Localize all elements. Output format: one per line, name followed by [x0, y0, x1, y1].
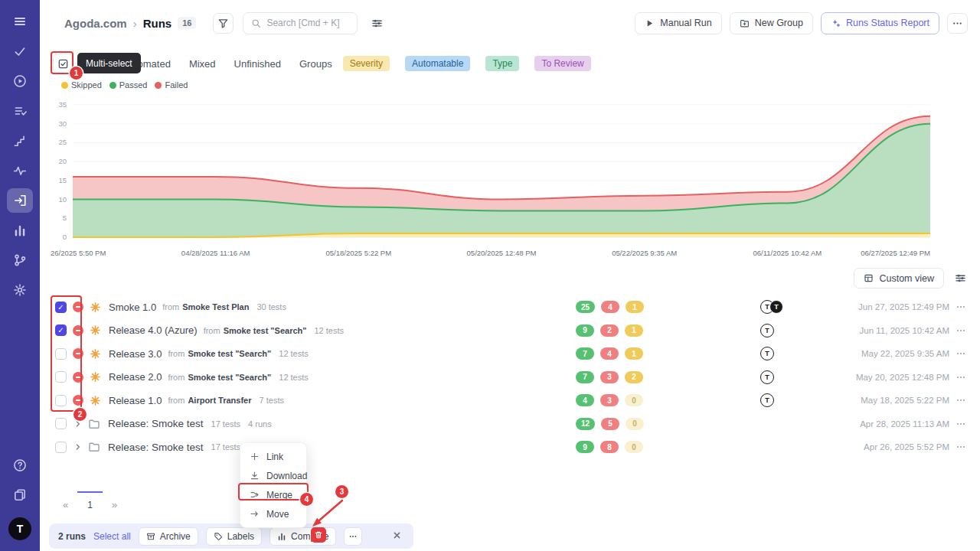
row-checkbox[interactable]: [55, 418, 67, 429]
sidebar: T: [0, 0, 40, 551]
chip-automatable[interactable]: Automatable: [405, 56, 470, 71]
row-more-button[interactable]: [954, 393, 968, 407]
sidebar-item-analytics[interactable]: [7, 218, 33, 243]
passed-badge: 4: [576, 394, 594, 406]
tab-unfinished[interactable]: Unfinished: [234, 58, 281, 70]
row-checkbox[interactable]: [55, 395, 67, 406]
header-more-button[interactable]: [947, 13, 968, 34]
run-tests-count: 7 tests: [260, 396, 284, 405]
menu-item-link[interactable]: Link: [240, 447, 306, 466]
runs-list: ✓Smoke 1.0fromSmoke Test Plan30 tests254…: [49, 295, 972, 459]
group-tests-count: 17 tests: [211, 419, 241, 429]
selection-action-bar: 2 runs Select all Archive Labels Compare: [49, 523, 413, 549]
run-row[interactable]: Release 2.0fromSmoke test "Search"12 tes…: [49, 366, 972, 390]
skipped-badge: 0: [625, 441, 643, 453]
chip-type[interactable]: Type: [485, 56, 519, 71]
svg-text:20: 20: [58, 157, 67, 165]
run-date: Jun 27, 2025 12:49 PM: [858, 302, 949, 311]
workspace-logo[interactable]: T: [8, 517, 31, 540]
search-input[interactable]: [266, 18, 349, 28]
run-title: Release 2.0: [109, 371, 162, 383]
tab-mixed[interactable]: Mixed: [189, 58, 216, 70]
menu-item-merge[interactable]: Merge: [240, 485, 306, 504]
new-group-button[interactable]: New Group: [730, 12, 813, 34]
sidebar-item-runs[interactable]: [7, 188, 33, 213]
manual-run-button[interactable]: Manual Run: [635, 12, 721, 34]
prev-page-button[interactable]: «: [57, 491, 74, 510]
sidebar-item-start-run[interactable]: [7, 69, 33, 93]
run-title: Smoke 1.0: [109, 302, 156, 313]
run-row[interactable]: ✓Release 4.0 (Azure)fromSmoke test "Sear…: [49, 319, 972, 343]
breadcrumb-project[interactable]: Agoda.com: [64, 17, 127, 30]
run-row[interactable]: Release 3.0fromSmoke test "Search"12 tes…: [49, 342, 972, 366]
row-more-button[interactable]: [954, 347, 968, 360]
group-row[interactable]: Release: Smoke test17 tests7 runs980Apr …: [49, 435, 972, 459]
row-more-button[interactable]: [954, 417, 968, 431]
passed-badge: 7: [576, 347, 594, 360]
test-list-icon: [13, 104, 27, 118]
row-checkbox[interactable]: ✓: [55, 302, 67, 313]
chip-to-review[interactable]: To Review: [534, 56, 590, 71]
compare-button[interactable]: Compare: [270, 527, 336, 546]
sidebar-item-settings[interactable]: [7, 278, 33, 302]
sidebar-item-suites[interactable]: [7, 99, 33, 123]
next-page-button[interactable]: »: [106, 491, 123, 510]
menu-item-move[interactable]: Move: [240, 504, 306, 523]
from-label: from: [168, 349, 185, 358]
pagination: « 1 »: [57, 491, 123, 510]
view-settings-button[interactable]: [950, 268, 971, 289]
filter-button[interactable]: [213, 13, 234, 34]
row-checkbox[interactable]: [55, 348, 67, 360]
svg-text:06/11/2025 10:42 AM: 06/11/2025 10:42 AM: [753, 249, 822, 257]
chevron-right-icon: [73, 442, 83, 452]
menu-item-label: Link: [266, 452, 283, 462]
runs-status-report-button[interactable]: Runs Status Report: [821, 12, 939, 34]
close-selection-button[interactable]: [389, 529, 404, 544]
select-all-link[interactable]: Select all: [93, 531, 131, 542]
run-title: Release 1.0: [109, 395, 162, 406]
labels-button[interactable]: Labels: [206, 527, 262, 546]
group-row[interactable]: Release: Smoke test17 tests4 runs1250Apr…: [49, 412, 972, 436]
custom-view-button[interactable]: Custom view: [854, 268, 944, 289]
multiselect-tooltip: Multi-select: [77, 53, 141, 73]
row-more-button[interactable]: [954, 440, 968, 454]
runs-count-badge: 16: [178, 17, 196, 29]
run-date: May 20, 2025 12:48 PM: [856, 373, 949, 382]
sidebar-item-milestones[interactable]: [7, 129, 33, 153]
svg-text:5: 5: [63, 214, 67, 222]
run-row[interactable]: ✓Smoke 1.0fromSmoke Test Plan30 tests254…: [49, 295, 972, 319]
row-checkbox[interactable]: [55, 371, 67, 383]
row-checkbox[interactable]: ✓: [55, 324, 67, 336]
selection-more-button[interactable]: [344, 527, 362, 546]
sidebar-item-docs[interactable]: [7, 483, 33, 507]
ellipsis-icon: [956, 395, 966, 406]
from-label: from: [162, 302, 179, 311]
manual-run-label: Manual Run: [660, 18, 711, 28]
sidebar-item-branches[interactable]: [7, 248, 33, 272]
labels-label: Labels: [227, 531, 254, 542]
search-box[interactable]: [243, 12, 358, 34]
result-badges: 732: [576, 371, 649, 383]
filter-chips: SeverityAutomatableTypeTo Review: [343, 56, 591, 71]
ellipsis-icon: [956, 442, 966, 452]
tab-groups[interactable]: Groups: [299, 58, 332, 70]
new-group-label: New Group: [755, 18, 803, 28]
sidebar-item-help[interactable]: [7, 453, 33, 478]
archive-button[interactable]: Archive: [139, 527, 198, 546]
row-more-button[interactable]: [954, 324, 968, 337]
sidebar-item-menu[interactable]: [7, 9, 33, 34]
menu-item-download[interactable]: Download: [240, 466, 306, 485]
row-more-button[interactable]: [954, 300, 968, 314]
run-row[interactable]: Release 1.0fromAirport Transfer7 tests43…: [49, 389, 972, 412]
row-checkbox[interactable]: [55, 442, 67, 453]
header: Agoda.com › Runs 16 Manual Run New Group…: [40, 0, 980, 46]
sidebar-item-results[interactable]: [7, 39, 33, 64]
sidebar-item-pulse[interactable]: [7, 158, 33, 183]
page-1-button[interactable]: 1: [77, 491, 103, 510]
chip-severity[interactable]: Severity: [343, 56, 390, 71]
search-settings-button[interactable]: [367, 13, 387, 34]
row-more-button[interactable]: [954, 370, 968, 384]
from-label: from: [168, 373, 185, 382]
passed-badge: 12: [576, 418, 595, 430]
burst-icon: [90, 395, 101, 406]
